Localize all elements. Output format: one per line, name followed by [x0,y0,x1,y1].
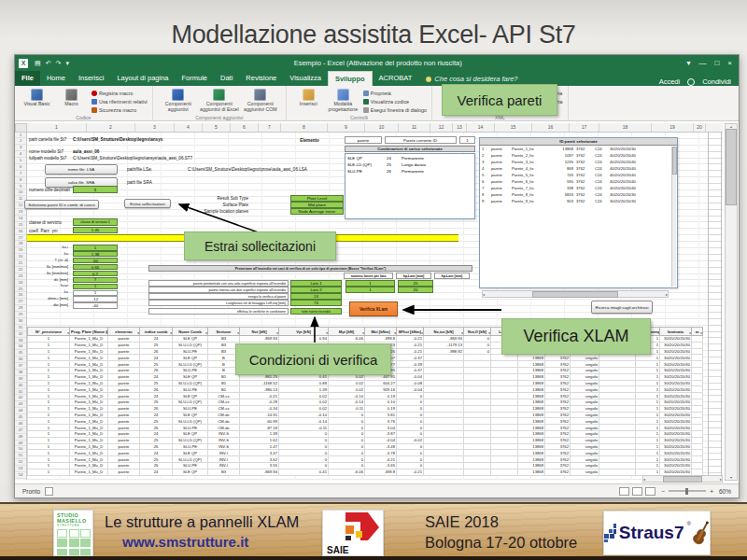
window-controls[interactable]: ▾ — □ × [686,59,732,67]
row-header[interactable]: 5 [15,158,26,164]
combinations-listbox[interactable]: SLE QP24PermanenteSLE-LD (QP)25Lunga dur… [345,153,475,219]
row-header[interactable]: 41 [15,389,26,396]
select-walls-button[interactable]: Seleziona pareti ID e comb. di carico [24,200,99,209]
row-header[interactable]: 43 [15,401,26,408]
quick-access-toolbar[interactable]: ▤ ↶ ↷ ▾ [35,60,69,67]
wall-list-item[interactable]: 1pareteParete_1_fix138683762C2430/20/20/… [480,146,677,152]
table-column-header[interactable]: indice comb [140,328,173,336]
row-header[interactable]: 30 [15,318,26,325]
row-header[interactable]: 9 [15,184,26,190]
row-header[interactable]: 8 [15,177,26,184]
ribbon-tab[interactable]: Home [40,71,72,87]
current-wall-value[interactable]: 1 [459,136,475,144]
table-column-header[interactable]: Mxt [kNm] [365,328,397,336]
table-column-header[interactable]: elemento [108,328,140,336]
row-header[interactable]: 20 [15,254,26,260]
row-header[interactable]: 49 [15,441,26,447]
redo-icon[interactable]: ↷ [56,60,62,67]
column-header[interactable]: 6 [231,123,259,132]
extract-forces-button[interactable]: Estrai sollecitazioni [124,199,171,208]
row-header[interactable]: 14 [15,216,26,222]
row-header[interactable]: 33 [15,338,26,344]
service-class-cell[interactable]: classe di servizio 1 [73,218,118,226]
column-header[interactable]: 9 [328,123,365,132]
ribbon-small-button[interactable]: Visualizza codice [363,98,427,105]
row-header[interactable]: 37 [15,363,26,370]
row-header[interactable]: 6 [15,164,26,171]
wall-list-item[interactable]: 7pareteParete_7_fix3383762C2440/20/20/20… [480,185,677,191]
table-row[interactable]: 1Parete_1_Mu_Dparete24SLE QP B3-869.940.… [28,469,703,475]
row-header[interactable]: 46 [15,421,26,427]
row-header[interactable]: 39 [15,376,26,383]
row-header[interactable]: 31 [15,325,26,331]
fire-row-value1[interactable]: 24 [290,293,342,300]
row-header[interactable]: 36 [15,357,26,363]
share-button[interactable]: Condividi [702,77,731,86]
fullpath-value[interactable]: C:\Users\SM_Strutture\Desktop\legno\ansy… [73,156,192,161]
scroll-down-icon[interactable]: ▾ [730,475,732,480]
table-column-header[interactable]: Nx,tot [kN] [424,328,464,336]
scrollbar-thumb[interactable] [532,291,618,298]
wall-list-item[interactable]: 4pareteParete_4_fix8683762C2440/20/20/20… [480,165,677,172]
row-header[interactable]: 1 [15,133,26,139]
column-header[interactable]: 12 [430,123,453,132]
table-column-header[interactable]: m [692,328,703,336]
row-header[interactable]: 16 [15,229,26,235]
wall-list-item[interactable]: 6pareteParete_6_fix5903762C2440/20/20/20… [480,178,677,185]
table-row[interactable]: 1Parete_1_Mu_Dparete25SLU-LD (QP) INV-I3… [28,456,703,463]
parameter-value-cell[interactable]: 0.7 [73,271,118,276]
decimals-cell[interactable]: 1 [73,186,118,193]
parameter-value-cell[interactable]: 1 [73,245,118,250]
row-header[interactable]: 42 [15,395,26,401]
row-header[interactable]: 34 [15,343,26,350]
result-option-value[interactable]: Node Average never [290,208,344,215]
table-column-header[interactable]: laminato [660,328,692,336]
row-header[interactable]: 23 [15,273,26,280]
row-header[interactable]: 32 [15,331,26,338]
table-row[interactable]: 1Parete_1_Mu_Dparete24SLE QP INV-I3.4700… [28,450,703,456]
fire-row-value3[interactable]: 20 [398,287,433,293]
scrollbar-thumb[interactable] [663,476,702,483]
fire-row-value1[interactable]: Lato 2 [290,287,342,293]
save-icon[interactable]: ▤ [35,60,41,67]
page-break-view-icon[interactable] [645,487,655,496]
ribbon-tab[interactable]: Inserisci [72,71,111,87]
table-row[interactable]: 1Parete_1_Mu_Dparete24SLE QP CM-sx-0.210… [28,393,703,399]
ribbon-options-icon[interactable]: ▾ [686,59,690,67]
column-header[interactable]: 5 [203,123,231,132]
column-header[interactable]: 16 [532,123,570,132]
scroll-right-icon[interactable]: ▸ [666,292,668,297]
row-header[interactable]: 3 [15,145,26,151]
ribbon-small-button[interactable]: Registra macro [92,90,148,97]
ribbon-button[interactable]: Modalità progettazione [326,88,360,112]
table-column-header[interactable]: Nxt [kN] [240,328,279,336]
zoom-in-icon[interactable]: + [710,488,713,495]
row-header[interactable]: 26 [15,292,26,299]
column-header[interactable]: 19 [652,123,694,132]
column-header[interactable]: 8 [281,123,328,132]
table-row[interactable]: 1Parete_1_Mu_Dparete25SLU-LD (QP) INV-S1… [28,437,703,443]
column-header[interactable]: 1 [27,123,87,132]
combination-item[interactable]: SLE QP24Permanente [345,155,474,161]
ribbon-button[interactable]: Macro [54,88,89,107]
column-header[interactable]: 14 [467,123,495,132]
page-layout-view-icon[interactable] [632,487,642,496]
parameter-value-cell[interactable]: 7 [73,277,118,283]
row-header[interactable]: 22 [15,267,26,273]
select-all-corner[interactable] [15,123,27,133]
scroll-left-icon[interactable]: ◂ [483,292,485,297]
row-header[interactable]: 51 [15,453,26,459]
row-header[interactable]: 38 [15,370,26,376]
table-column-header[interactable]: Prog. Plate (Nome S [70,328,108,336]
row-header[interactable]: 52 [15,459,26,466]
parameter-value-cell[interactable]: 1 [73,290,118,296]
ribbon-small-button[interactable]: Usa riferimenti relativi [92,98,148,105]
row-header[interactable]: 27 [15,299,26,305]
ribbon-tab[interactable]: Visualizza [283,71,328,87]
row-header[interactable]: 24 [15,280,26,287]
element-type-cell[interactable]: parete [345,136,382,144]
gamma-cell[interactable]: 1.45 [73,227,118,233]
row-header[interactable]: 21 [15,260,26,267]
row-header[interactable]: 53 [15,466,26,472]
row-header[interactable]: 25 [15,287,26,293]
